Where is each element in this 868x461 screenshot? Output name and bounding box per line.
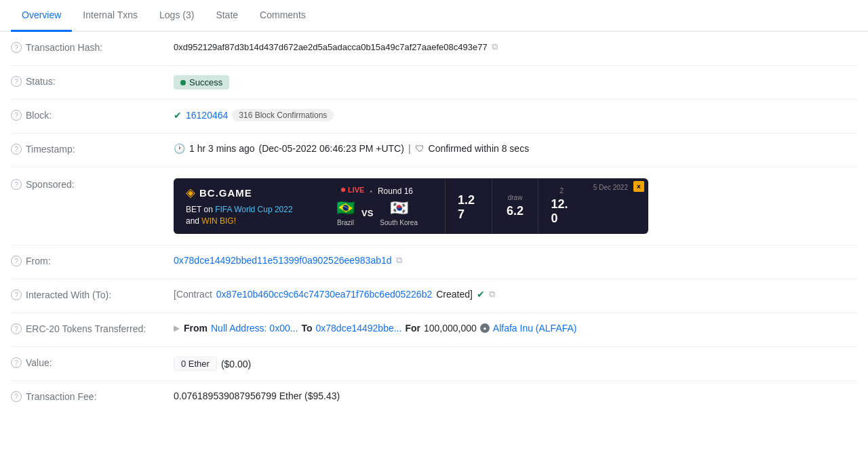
tab-overview[interactable]: Overview	[11, 0, 72, 32]
ad-odd-3-label: 2	[559, 187, 564, 195]
token-transfer: From Null Address: 0x00... To 0x78dce144…	[184, 323, 577, 334]
transaction-fee-label: ? Transaction Fee:	[11, 390, 174, 402]
from-value: 0x78dce14492bbed11e51399f0a902526ee983ab…	[174, 255, 857, 266]
transaction-fee-row: ? Transaction Fee: 0.076189539087956799 …	[11, 381, 857, 415]
brazil-name: Brazil	[337, 219, 354, 226]
transaction-fee-value: 0.076189539087956799 Ether ($95.43)	[174, 390, 857, 401]
block-link: ✔ 16120464	[174, 110, 228, 121]
ad-date: 5 Dec 2022	[593, 184, 628, 191]
tabs-bar: Overview Internal Txns Logs (3) State Co…	[0, 0, 868, 32]
ad-odd-1-value: 1.27	[458, 193, 479, 222]
to-address[interactable]: 0x78dce14492bbe...	[315, 323, 401, 334]
ad-left: ◈ BC.GAME BET on FIFA World Cup 2022 and…	[174, 178, 309, 234]
erc20-help-icon[interactable]: ?	[11, 323, 22, 334]
ad-center: LIVE • Round 16 🇧🇷 Brazil VS 🇰🇷	[309, 178, 445, 234]
token-name[interactable]: Alfafa Inu (ALFAFA)	[493, 323, 577, 334]
tabs-container: Overview Internal Txns Logs (3) State Co…	[0, 0, 868, 32]
from-row: ? From: 0x78dce14492bbed11e51399f0a90252…	[11, 245, 857, 279]
erc20-label: ? ERC-20 Tokens Transferred:	[11, 323, 174, 334]
ad-round: Round 16	[378, 186, 413, 196]
tab-comments[interactable]: Comments	[249, 0, 317, 32]
transaction-hash-help-icon[interactable]: ?	[11, 42, 22, 53]
ad-odds: 1.27 draw 6.2 2 12.0	[445, 178, 585, 234]
ad-team-south-korea: 🇰🇷 South Korea	[380, 199, 418, 226]
interacted-with-row: ? Interacted With (To): [Contract 0x87e1…	[11, 279, 857, 313]
shield-icon: 🛡	[415, 143, 425, 154]
brazil-flag: 🇧🇷	[336, 199, 355, 217]
ad-odd-1[interactable]: 1.27	[445, 178, 492, 234]
ad-team-brazil: 🇧🇷 Brazil	[336, 199, 355, 226]
ad-odd-draw-label: draw	[508, 194, 523, 201]
south-korea-name: South Korea	[380, 219, 418, 226]
from-label: ? From:	[11, 255, 174, 266]
ad-odd-3-value: 12.0	[551, 197, 572, 226]
null-address[interactable]: Null Address: 0x00...	[211, 323, 298, 334]
interacted-with-label: ? Interacted With (To):	[11, 289, 174, 300]
eth-value-badge: 0 Ether	[174, 357, 217, 371]
clock-icon: 🕐	[174, 143, 185, 154]
ad-logo-text: BC.GAME	[199, 187, 252, 199]
timestamp-help-icon[interactable]: ?	[11, 144, 22, 155]
timestamp-content: 🕐 1 hr 3 mins ago (Dec-05-2022 06:46:23 …	[174, 143, 529, 154]
block-help-icon[interactable]: ?	[11, 110, 22, 121]
from-copy-icon[interactable]: ⧉	[396, 255, 402, 266]
sponsored-help-icon[interactable]: ?	[11, 179, 22, 190]
value-help-icon[interactable]: ?	[11, 357, 22, 368]
south-korea-flag: 🇰🇷	[390, 199, 408, 217]
sponsored-value: ◈ BC.GAME BET on FIFA World Cup 2022 and…	[174, 178, 857, 234]
block-confirmations-badge: 316 Block Confirmations	[232, 109, 334, 121]
ad-odd-draw[interactable]: draw 6.2	[492, 178, 538, 234]
ad-teams: 🇧🇷 Brazil VS 🇰🇷 South Korea	[336, 199, 418, 226]
ad-odd-3[interactable]: 2 12.0	[538, 178, 585, 234]
live-dot	[341, 188, 345, 192]
value-label: ? Value:	[11, 357, 174, 368]
timestamp-label: ? Timestamp:	[11, 143, 174, 155]
tab-logs[interactable]: Logs (3)	[149, 0, 205, 32]
vs-label: VS	[361, 208, 373, 218]
erc20-row: ? ERC-20 Tokens Transferred: ▶ From Null…	[11, 313, 857, 347]
transaction-hash-row: ? Transaction Hash: 0xd952129af87d3b14d4…	[11, 32, 857, 66]
verified-icon: ✔	[477, 289, 485, 300]
block-check-icon: ✔	[174, 110, 182, 121]
value-value: 0 Ether ($0.00)	[174, 357, 857, 371]
contract-address[interactable]: 0x87e10b460cc9c64c74730ea71f76bc6ed05226…	[216, 289, 432, 300]
block-label: ? Block:	[11, 109, 174, 121]
status-row: ? Status: Success	[11, 66, 857, 100]
transaction-hash-copy-icon[interactable]: ⧉	[492, 41, 498, 52]
tab-state[interactable]: State	[205, 0, 249, 32]
interacted-help-icon[interactable]: ?	[11, 289, 22, 300]
ad-logo: ◈ BC.GAME	[186, 185, 297, 200]
ad-live: LIVE	[341, 186, 364, 194]
transaction-hash-value: 0xd952129af87d3b14d437d672ae2d5a5adacca0…	[174, 41, 857, 52]
erc20-value: ▶ From Null Address: 0x00... To 0x78dce1…	[174, 323, 857, 334]
timestamp-row: ? Timestamp: 🕐 1 hr 3 mins ago (Dec-05-2…	[11, 134, 857, 167]
separator: |	[408, 143, 411, 154]
erc20-expand-icon[interactable]: ▶	[174, 323, 180, 333]
ad-odd-draw-value: 6.2	[507, 204, 524, 218]
overview-content: ? Transaction Hash: 0xd952129af87d3b14d4…	[0, 32, 868, 415]
status-help-icon[interactable]: ?	[11, 76, 22, 87]
ad-logo-icon: ◈	[186, 185, 195, 200]
fee-help-icon[interactable]: ?	[11, 391, 22, 402]
status-badge: Success	[174, 75, 229, 89]
sponsored-row: ? Sponsored: ◈ BC.GAME BET on FIFA World…	[11, 167, 857, 245]
from-address[interactable]: 0x78dce14492bbed11e51399f0a902526ee983ab…	[174, 255, 392, 266]
from-help-icon[interactable]: ?	[11, 256, 22, 266]
transaction-hash-label: ? Transaction Hash:	[11, 41, 174, 53]
interacted-with-value: [Contract 0x87e10b460cc9c64c74730ea71f76…	[174, 289, 857, 300]
value-row: ? Value: 0 Ether ($0.00)	[11, 347, 857, 381]
ad-tagline: BET on FIFA World Cup 2022 and WIN BIG!	[186, 204, 297, 227]
ad-banner[interactable]: ◈ BC.GAME BET on FIFA World Cup 2022 and…	[174, 178, 648, 234]
status-value: Success	[174, 75, 857, 89]
token-icon: ●	[480, 323, 490, 333]
contract-copy-icon[interactable]: ⧉	[489, 289, 495, 300]
block-value: ✔ 16120464 316 Block Confirmations	[174, 109, 857, 121]
status-label: ? Status:	[11, 75, 174, 87]
sponsored-label: ? Sponsored:	[11, 178, 174, 190]
block-number[interactable]: 16120464	[186, 110, 228, 121]
ad-close-icon[interactable]: ×	[633, 181, 644, 192]
status-dot	[180, 80, 186, 85]
block-row: ? Block: ✔ 16120464 316 Block Confirmati…	[11, 100, 857, 134]
tab-internal-txns[interactable]: Internal Txns	[72, 0, 149, 32]
timestamp-value: 🕐 1 hr 3 mins ago (Dec-05-2022 06:46:23 …	[174, 143, 857, 154]
